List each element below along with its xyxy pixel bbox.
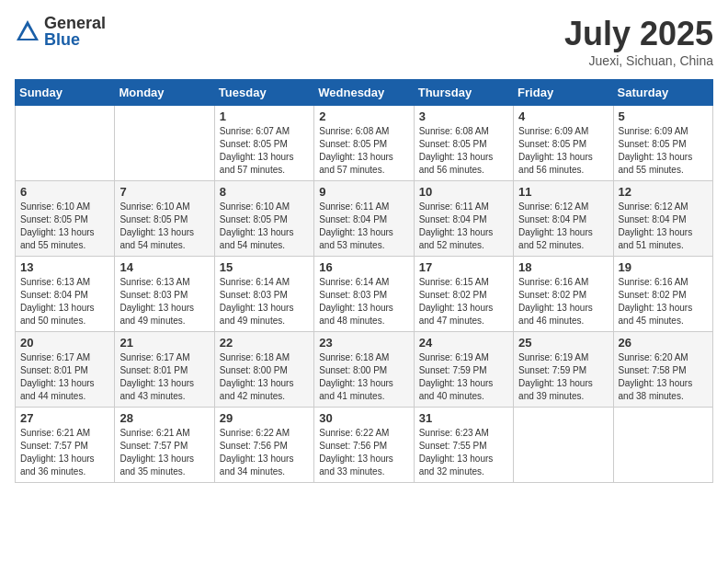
day-info: Sunrise: 6:12 AM Sunset: 8:04 PM Dayligh… <box>619 201 708 252</box>
calendar-cell: 28Sunrise: 6:21 AM Sunset: 7:57 PM Dayli… <box>115 408 214 483</box>
day-number: 15 <box>220 260 309 274</box>
calendar-header-row: SundayMondayTuesdayWednesdayThursdayFrid… <box>16 80 713 106</box>
day-number: 14 <box>119 260 209 274</box>
day-info: Sunrise: 6:13 AM Sunset: 8:04 PM Dayligh… <box>20 276 109 327</box>
day-number: 31 <box>419 411 508 425</box>
day-number: 21 <box>119 336 209 350</box>
calendar-cell: 21Sunrise: 6:17 AM Sunset: 8:01 PM Dayli… <box>115 332 214 408</box>
calendar-cell: 14Sunrise: 6:13 AM Sunset: 8:03 PM Dayli… <box>115 257 214 332</box>
day-number: 22 <box>220 336 309 350</box>
logo: General Blue <box>15 15 106 48</box>
calendar-header-sunday: Sunday <box>16 80 115 106</box>
day-number: 23 <box>319 336 408 350</box>
day-number: 4 <box>518 109 608 123</box>
day-number: 11 <box>518 185 608 199</box>
day-info: Sunrise: 6:10 AM Sunset: 8:05 PM Dayligh… <box>20 201 109 252</box>
calendar-cell: 8Sunrise: 6:10 AM Sunset: 8:05 PM Daylig… <box>214 181 313 257</box>
calendar-week-row: 1Sunrise: 6:07 AM Sunset: 8:05 PM Daylig… <box>16 106 713 181</box>
calendar-cell: 25Sunrise: 6:19 AM Sunset: 7:59 PM Dayli… <box>514 332 613 408</box>
day-info: Sunrise: 6:17 AM Sunset: 8:01 PM Dayligh… <box>119 351 209 403</box>
page-header: General Blue July 2025 Juexi, Sichuan, C… <box>15 15 713 68</box>
calendar-cell: 4Sunrise: 6:09 AM Sunset: 8:05 PM Daylig… <box>514 106 613 181</box>
calendar-cell: 20Sunrise: 6:17 AM Sunset: 8:01 PM Dayli… <box>16 332 115 408</box>
day-number: 5 <box>619 109 708 123</box>
calendar-cell: 23Sunrise: 6:18 AM Sunset: 8:00 PM Dayli… <box>314 332 414 408</box>
day-info: Sunrise: 6:08 AM Sunset: 8:05 PM Dayligh… <box>319 125 408 177</box>
day-number: 19 <box>619 260 708 274</box>
day-info: Sunrise: 6:13 AM Sunset: 8:03 PM Dayligh… <box>119 276 209 327</box>
day-info: Sunrise: 6:21 AM Sunset: 7:57 PM Dayligh… <box>119 427 209 478</box>
day-number: 8 <box>220 185 309 199</box>
day-info: Sunrise: 6:16 AM Sunset: 8:02 PM Dayligh… <box>518 276 608 327</box>
day-info: Sunrise: 6:07 AM Sunset: 8:05 PM Dayligh… <box>220 125 309 177</box>
day-info: Sunrise: 6:09 AM Sunset: 8:05 PM Dayligh… <box>518 125 608 177</box>
calendar-cell: 19Sunrise: 6:16 AM Sunset: 8:02 PM Dayli… <box>613 257 712 332</box>
day-number: 26 <box>619 336 708 350</box>
day-info: Sunrise: 6:14 AM Sunset: 8:03 PM Dayligh… <box>319 276 408 327</box>
logo-text: General Blue <box>44 15 106 48</box>
day-info: Sunrise: 6:21 AM Sunset: 7:57 PM Dayligh… <box>20 427 109 478</box>
day-info: Sunrise: 6:11 AM Sunset: 8:04 PM Dayligh… <box>419 201 508 252</box>
calendar-cell: 29Sunrise: 6:22 AM Sunset: 7:56 PM Dayli… <box>214 408 313 483</box>
calendar-cell: 16Sunrise: 6:14 AM Sunset: 8:03 PM Dayli… <box>314 257 414 332</box>
calendar-header-thursday: Thursday <box>414 80 513 106</box>
day-info: Sunrise: 6:08 AM Sunset: 8:05 PM Dayligh… <box>419 125 508 177</box>
calendar-cell: 7Sunrise: 6:10 AM Sunset: 8:05 PM Daylig… <box>115 181 214 257</box>
calendar-cell: 5Sunrise: 6:09 AM Sunset: 8:05 PM Daylig… <box>613 106 712 181</box>
calendar-header-saturday: Saturday <box>613 80 712 106</box>
calendar-cell: 18Sunrise: 6:16 AM Sunset: 8:02 PM Dayli… <box>514 257 613 332</box>
calendar-cell <box>16 106 115 181</box>
calendar-cell: 24Sunrise: 6:19 AM Sunset: 7:59 PM Dayli… <box>414 332 513 408</box>
day-info: Sunrise: 6:15 AM Sunset: 8:02 PM Dayligh… <box>419 276 508 327</box>
day-info: Sunrise: 6:10 AM Sunset: 8:05 PM Dayligh… <box>119 201 209 252</box>
day-number: 28 <box>119 411 209 425</box>
day-number: 16 <box>319 260 408 274</box>
calendar-cell: 2Sunrise: 6:08 AM Sunset: 8:05 PM Daylig… <box>314 106 414 181</box>
calendar-header-friday: Friday <box>514 80 613 106</box>
logo-general-text: General <box>44 15 106 31</box>
day-number: 13 <box>20 260 109 274</box>
calendar-cell: 26Sunrise: 6:20 AM Sunset: 7:58 PM Dayli… <box>613 332 712 408</box>
day-info: Sunrise: 6:22 AM Sunset: 7:56 PM Dayligh… <box>319 427 408 478</box>
calendar-cell: 30Sunrise: 6:22 AM Sunset: 7:56 PM Dayli… <box>314 408 414 483</box>
calendar-week-row: 6Sunrise: 6:10 AM Sunset: 8:05 PM Daylig… <box>16 181 713 257</box>
location: Juexi, Sichuan, China <box>564 53 713 68</box>
calendar-header-tuesday: Tuesday <box>214 80 313 106</box>
calendar-cell: 31Sunrise: 6:23 AM Sunset: 7:55 PM Dayli… <box>414 408 513 483</box>
day-info: Sunrise: 6:10 AM Sunset: 8:05 PM Dayligh… <box>220 201 309 252</box>
calendar-week-row: 27Sunrise: 6:21 AM Sunset: 7:57 PM Dayli… <box>16 408 713 483</box>
day-info: Sunrise: 6:22 AM Sunset: 7:56 PM Dayligh… <box>220 427 309 478</box>
calendar-cell: 12Sunrise: 6:12 AM Sunset: 8:04 PM Dayli… <box>613 181 712 257</box>
day-info: Sunrise: 6:20 AM Sunset: 7:58 PM Dayligh… <box>619 351 708 403</box>
calendar-cell: 6Sunrise: 6:10 AM Sunset: 8:05 PM Daylig… <box>16 181 115 257</box>
day-number: 17 <box>419 260 508 274</box>
calendar-cell: 27Sunrise: 6:21 AM Sunset: 7:57 PM Dayli… <box>16 408 115 483</box>
month-title: July 2025 <box>564 15 713 53</box>
title-area: July 2025 Juexi, Sichuan, China <box>564 15 713 68</box>
day-number: 18 <box>518 260 608 274</box>
day-info: Sunrise: 6:12 AM Sunset: 8:04 PM Dayligh… <box>518 201 608 252</box>
day-number: 7 <box>119 185 209 199</box>
calendar-cell: 10Sunrise: 6:11 AM Sunset: 8:04 PM Dayli… <box>414 181 513 257</box>
day-number: 3 <box>419 109 508 123</box>
calendar-cell <box>115 106 214 181</box>
day-number: 10 <box>419 185 508 199</box>
calendar-week-row: 20Sunrise: 6:17 AM Sunset: 8:01 PM Dayli… <box>16 332 713 408</box>
calendar-header-monday: Monday <box>115 80 214 106</box>
day-number: 30 <box>319 411 408 425</box>
day-info: Sunrise: 6:18 AM Sunset: 8:00 PM Dayligh… <box>220 351 309 403</box>
logo-blue-text: Blue <box>44 31 106 48</box>
logo-icon <box>15 18 40 44</box>
calendar-table: SundayMondayTuesdayWednesdayThursdayFrid… <box>15 79 713 483</box>
day-info: Sunrise: 6:16 AM Sunset: 8:02 PM Dayligh… <box>619 276 708 327</box>
calendar-cell: 11Sunrise: 6:12 AM Sunset: 8:04 PM Dayli… <box>514 181 613 257</box>
day-number: 24 <box>419 336 508 350</box>
calendar-cell: 17Sunrise: 6:15 AM Sunset: 8:02 PM Dayli… <box>414 257 513 332</box>
day-info: Sunrise: 6:09 AM Sunset: 8:05 PM Dayligh… <box>619 125 708 177</box>
calendar-cell: 1Sunrise: 6:07 AM Sunset: 8:05 PM Daylig… <box>214 106 313 181</box>
day-info: Sunrise: 6:14 AM Sunset: 8:03 PM Dayligh… <box>220 276 309 327</box>
day-number: 29 <box>220 411 309 425</box>
calendar-cell <box>613 408 712 483</box>
calendar-cell: 22Sunrise: 6:18 AM Sunset: 8:00 PM Dayli… <box>214 332 313 408</box>
calendar-cell: 13Sunrise: 6:13 AM Sunset: 8:04 PM Dayli… <box>16 257 115 332</box>
